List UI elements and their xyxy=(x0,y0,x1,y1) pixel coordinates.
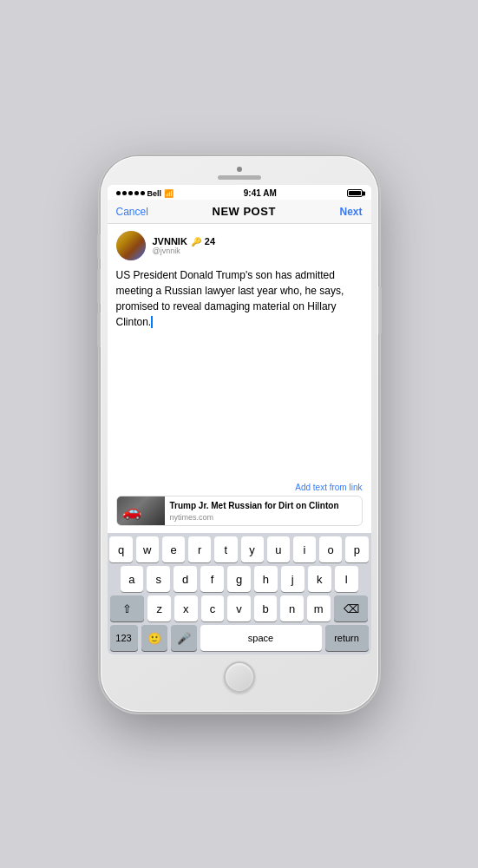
cancel-button[interactable]: Cancel xyxy=(116,206,148,218)
keyboard-row-3: ⇧ z x c v b n m ⌫ xyxy=(110,595,369,621)
link-preview-thumbnail xyxy=(117,496,165,525)
emoji-key[interactable]: 🙂 xyxy=(141,625,167,651)
key-j[interactable]: j xyxy=(281,566,304,592)
key-s[interactable]: s xyxy=(147,566,170,592)
return-key[interactable]: return xyxy=(325,625,369,651)
user-badge-icon: 🔑 xyxy=(191,237,201,247)
key-c[interactable]: c xyxy=(201,595,225,621)
user-details: JVNNIK 🔑 24 @jvnnik xyxy=(153,236,216,255)
page-title: NEW POST xyxy=(213,205,276,218)
key-o[interactable]: o xyxy=(319,536,342,562)
status-left: Bell 📶 xyxy=(116,189,174,198)
post-area: JVNNIK 🔑 24 @jvnnik US President Donald … xyxy=(108,224,371,533)
keyboard-row-1: q w e r t y u i o p xyxy=(110,536,369,562)
post-text-input[interactable]: US President Donald Trump's son has admi… xyxy=(108,264,371,479)
user-number: 24 xyxy=(205,236,215,247)
home-button[interactable] xyxy=(224,661,255,693)
link-preview-title: Trump Jr. Met Russian for Dirt on Clinto… xyxy=(170,500,357,511)
key-m[interactable]: m xyxy=(307,595,331,621)
delete-key[interactable]: ⌫ xyxy=(334,595,369,621)
power-button[interactable] xyxy=(378,286,382,334)
avatar xyxy=(116,231,146,260)
username: JVNNIK xyxy=(153,236,187,247)
key-k[interactable]: k xyxy=(308,566,331,592)
key-w[interactable]: w xyxy=(136,536,159,562)
shift-key[interactable]: ⇧ xyxy=(110,595,145,621)
user-info: JVNNIK 🔑 24 @jvnnik xyxy=(108,224,371,264)
phone-screen: Bell 📶 9:41 AM Cancel NEW POST Next xyxy=(108,185,371,654)
mic-key[interactable]: 🎤 xyxy=(171,625,197,651)
key-z[interactable]: z xyxy=(147,595,171,621)
phone-top xyxy=(108,167,371,185)
key-x[interactable]: x xyxy=(174,595,198,621)
key-t[interactable]: t xyxy=(214,536,237,562)
signal-dot-2 xyxy=(122,191,127,195)
keyboard-row-4: 123 🙂 🎤 space return xyxy=(110,625,369,651)
camera-dot xyxy=(237,167,242,172)
key-l[interactable]: l xyxy=(335,566,358,592)
carrier-label: Bell xyxy=(147,189,162,198)
link-preview-image xyxy=(117,496,165,525)
space-key[interactable]: space xyxy=(200,625,322,651)
key-u[interactable]: u xyxy=(267,536,290,562)
key-h[interactable]: h xyxy=(254,566,278,592)
key-y[interactable]: y xyxy=(241,536,264,562)
key-f[interactable]: f xyxy=(200,566,224,592)
key-b[interactable]: b xyxy=(254,595,278,621)
volume-up-button[interactable] xyxy=(97,269,101,304)
key-v[interactable]: v xyxy=(227,595,251,621)
key-q[interactable]: q xyxy=(109,536,132,562)
battery-icon xyxy=(347,189,363,197)
key-g[interactable]: g xyxy=(227,566,251,592)
link-preview-text-area: Trump Jr. Met Russian for Dirt on Clinto… xyxy=(165,496,362,525)
wifi-icon: 📶 xyxy=(164,189,174,198)
link-preview-url: nytimes.com xyxy=(170,513,357,522)
phone-bottom xyxy=(108,654,371,696)
user-handle: @jvnnik xyxy=(153,247,216,255)
signal-dot-5 xyxy=(141,191,145,195)
key-a[interactable]: a xyxy=(121,566,144,592)
key-d[interactable]: d xyxy=(174,566,197,592)
key-i[interactable]: i xyxy=(293,536,316,562)
signal-dot-1 xyxy=(116,191,121,195)
navigation-bar: Cancel NEW POST Next xyxy=(108,200,371,224)
keyboard: q w e r t y u i o p a s d f g h j k xyxy=(108,533,371,654)
signal-dot-3 xyxy=(128,191,133,195)
key-e[interactable]: e xyxy=(162,536,185,562)
username-row: JVNNIK 🔑 24 xyxy=(153,236,216,247)
signal-dot-4 xyxy=(134,191,139,195)
add-text-from-link[interactable]: Add text from link xyxy=(108,479,371,496)
volume-down-button[interactable] xyxy=(97,312,101,347)
phone-frame: Bell 📶 9:41 AM Cancel NEW POST Next xyxy=(101,156,378,712)
speaker-grille xyxy=(218,175,261,180)
num-key[interactable]: 123 xyxy=(110,625,138,651)
text-cursor xyxy=(151,316,153,328)
mute-button[interactable] xyxy=(97,234,101,259)
next-button[interactable]: Next xyxy=(339,206,362,218)
link-preview-card[interactable]: Trump Jr. Met Russian for Dirt on Clinto… xyxy=(116,496,363,526)
post-text-content: US President Donald Trump's son has admi… xyxy=(116,269,344,328)
signal-bars xyxy=(116,191,145,195)
key-p[interactable]: p xyxy=(345,536,368,562)
battery-fill xyxy=(349,191,361,195)
avatar-image xyxy=(116,231,146,260)
keyboard-row-2: a s d f g h j k l xyxy=(110,566,369,592)
status-bar: Bell 📶 9:41 AM xyxy=(108,185,371,200)
status-right xyxy=(347,189,363,197)
key-n[interactable]: n xyxy=(280,595,304,621)
status-time: 9:41 AM xyxy=(244,188,277,198)
key-r[interactable]: r xyxy=(188,536,211,562)
